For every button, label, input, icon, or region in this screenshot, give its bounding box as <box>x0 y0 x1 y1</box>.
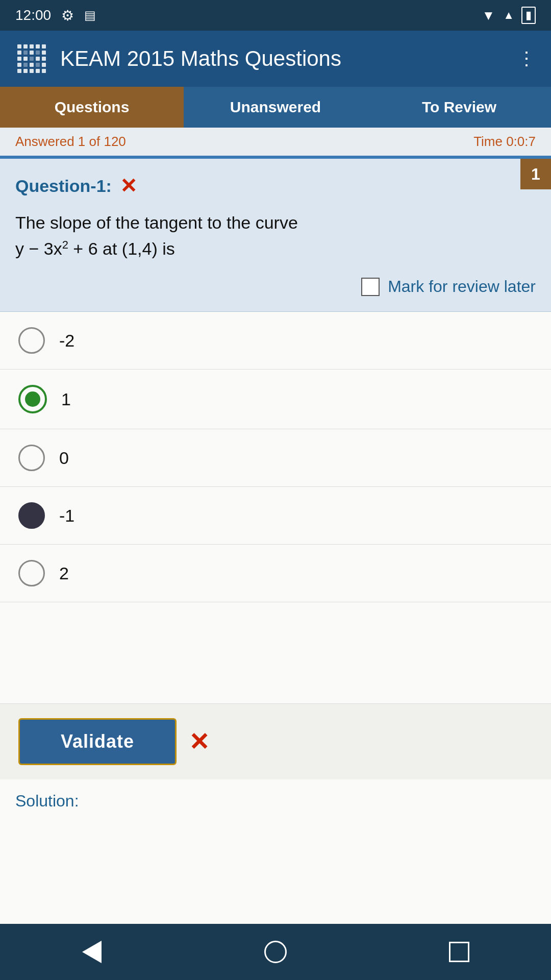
svg-rect-4 <box>36 44 40 48</box>
recents-square-icon <box>449 942 469 962</box>
nav-bar <box>0 924 551 980</box>
radio-selected-green[interactable] <box>18 385 47 413</box>
svg-rect-22 <box>23 69 28 73</box>
back-triangle-icon <box>82 941 102 963</box>
solution-area: Solution: <box>0 779 551 823</box>
svg-rect-14 <box>36 57 40 61</box>
svg-rect-24 <box>36 69 40 73</box>
svg-rect-20 <box>42 63 46 67</box>
answered-count: Answered 1 of 120 <box>15 134 126 150</box>
option-value: -2 <box>59 331 74 351</box>
tab-bar: Questions Unanswered To Review <box>0 87 551 128</box>
nav-recents-button[interactable] <box>444 937 474 967</box>
options-area: -2 1 0 -1 2 <box>0 312 551 703</box>
svg-rect-3 <box>30 44 34 48</box>
option-row[interactable]: -2 <box>0 312 551 370</box>
option-row[interactable]: 0 <box>0 429 551 487</box>
svg-rect-15 <box>42 57 46 61</box>
option-row[interactable]: -1 <box>0 487 551 545</box>
tab-questions[interactable]: Questions <box>0 87 184 128</box>
option-row[interactable]: 2 <box>0 545 551 602</box>
radio-unselected[interactable] <box>18 560 45 586</box>
nav-home-button[interactable] <box>260 937 291 967</box>
radio-unselected[interactable] <box>18 445 45 471</box>
wifi-icon: ▼ <box>482 8 495 23</box>
radio-selected-dark[interactable] <box>18 502 45 529</box>
option-value: 1 <box>61 389 71 409</box>
question-text: The slope of the tangent to the curve y … <box>15 210 536 262</box>
app-logo <box>15 42 48 75</box>
svg-rect-1 <box>17 44 21 48</box>
radio-inner-green <box>25 391 40 407</box>
option-row[interactable]: 1 <box>0 370 551 429</box>
svg-rect-21 <box>17 69 21 73</box>
svg-rect-16 <box>17 63 21 67</box>
svg-rect-25 <box>42 69 46 73</box>
menu-icon[interactable]: ⋮ <box>517 48 536 69</box>
solution-label: Solution: <box>15 792 79 810</box>
svg-rect-7 <box>23 51 28 55</box>
status-bar: 12:00 ⚙ ▤ ▼ ▲ ▮ <box>0 0 551 31</box>
validate-button[interactable]: Validate <box>18 718 177 765</box>
svg-rect-5 <box>42 44 46 48</box>
tab-to-review[interactable]: To Review <box>367 87 551 128</box>
status-time: 12:00 <box>15 7 51 23</box>
question-label: Question-1: <box>15 176 112 196</box>
battery-icon: ▮ <box>521 7 536 24</box>
svg-rect-11 <box>17 57 21 61</box>
radio-unselected[interactable] <box>18 327 45 354</box>
svg-rect-19 <box>36 63 40 67</box>
svg-rect-2 <box>23 44 28 48</box>
tab-unanswered[interactable]: Unanswered <box>184 87 367 128</box>
option-value: 0 <box>59 448 69 468</box>
svg-rect-17 <box>23 63 28 67</box>
option-value: -1 <box>59 506 74 526</box>
question-line2-start: y − 3x2 + 6 at (1,4) is <box>15 239 175 258</box>
svg-rect-10 <box>42 51 46 55</box>
app-header: KEAM 2015 Maths Questions ⋮ <box>0 31 551 87</box>
svg-rect-9 <box>36 51 40 55</box>
progress-container: Answered 1 of 120 Time 0:0:7 <box>0 128 551 156</box>
nav-back-button[interactable] <box>77 937 107 967</box>
svg-rect-23 <box>30 69 34 73</box>
question-badge: 1 <box>520 159 551 189</box>
home-circle-icon <box>264 941 287 963</box>
svg-rect-8 <box>30 51 34 55</box>
svg-rect-18 <box>30 63 34 67</box>
svg-rect-6 <box>17 51 21 55</box>
app-title: KEAM 2015 Maths Questions <box>60 46 341 71</box>
gear-icon: ⚙ <box>61 7 74 24</box>
signal-icon: ▲ <box>503 9 513 22</box>
timer: Time 0:0:7 <box>473 134 536 150</box>
svg-rect-13 <box>30 57 34 61</box>
action-area: Validate ✕ <box>0 703 551 779</box>
question-line1: The slope of the tangent to the curve <box>15 213 298 232</box>
mark-review-checkbox[interactable] <box>361 278 380 296</box>
content-spacer <box>0 823 551 924</box>
svg-rect-12 <box>23 57 28 61</box>
mark-review-label: Mark for review later <box>388 277 536 296</box>
question-wrong-icon: ✕ <box>120 174 137 198</box>
phone-icon: ▤ <box>84 8 96 22</box>
mark-review-row: Mark for review later <box>15 277 536 296</box>
option-value: 2 <box>59 564 69 583</box>
question-area: 1 Question-1: ✕ The slope of the tangent… <box>0 159 551 312</box>
cancel-icon[interactable]: ✕ <box>189 727 209 756</box>
